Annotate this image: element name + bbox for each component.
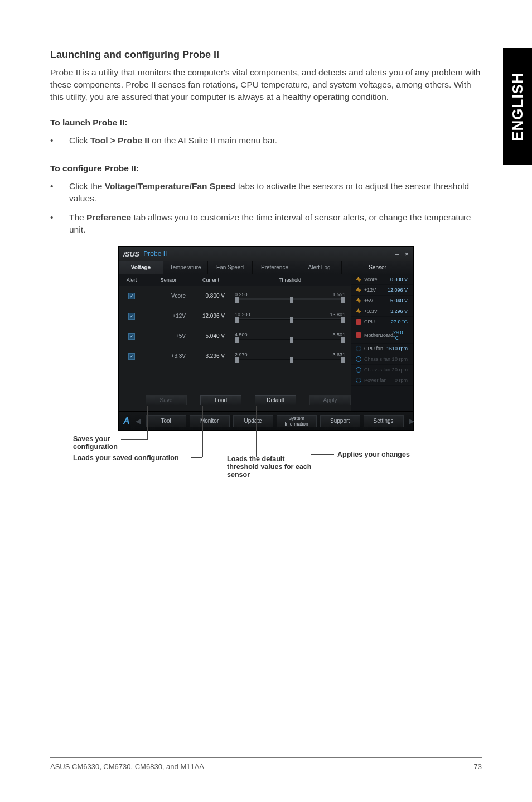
table-row: ✓+5V5.040 V4.5005.501 bbox=[119, 326, 351, 346]
tab-preference[interactable]: Preference bbox=[253, 261, 297, 274]
slider-handle-low[interactable] bbox=[235, 337, 239, 343]
callout-line bbox=[191, 457, 202, 458]
menu-support[interactable]: Support bbox=[320, 415, 360, 427]
page-content: Launching and configuring Probe II Probe… bbox=[0, 0, 532, 526]
fan-icon bbox=[356, 346, 361, 351]
callout-default: Loads the default threshold values for e… bbox=[227, 455, 316, 479]
volt-icon bbox=[356, 298, 361, 303]
tab-temperature[interactable]: Temperature bbox=[163, 261, 208, 274]
to-launch-heading: To launch Probe II: bbox=[50, 118, 482, 128]
summary-value: 0 rpm bbox=[395, 356, 408, 362]
nav-left-icon[interactable]: ◀ bbox=[133, 417, 143, 425]
footer-page-number: 73 bbox=[474, 762, 482, 771]
sensor-summary-panel: Vcore0.800 V+12V12.096 V+5V5.040 V+3.3V3… bbox=[351, 274, 413, 411]
table-row: ✓+12V12.096 V10.20013.801 bbox=[119, 306, 351, 326]
slider-handle-high[interactable] bbox=[341, 357, 345, 363]
summary-row: CPU fan1610 rpm bbox=[351, 344, 413, 354]
sensor-current: 3.296 V bbox=[192, 353, 229, 359]
load-button[interactable]: Load bbox=[200, 395, 241, 405]
slider-handle-low[interactable] bbox=[235, 297, 239, 303]
summary-value: 0.800 V bbox=[390, 277, 408, 282]
summary-value: 12.096 V bbox=[388, 287, 408, 293]
sensor-table: Alert Sensor Current Threshold ✓Vcore0.8… bbox=[119, 274, 351, 411]
sensor-name: Vcore bbox=[144, 293, 192, 299]
slider-handle-mid[interactable] bbox=[290, 317, 293, 323]
window-titlebar: /SUS Probe II – × bbox=[119, 247, 413, 261]
tab-alert-log[interactable]: Alert Log bbox=[297, 261, 342, 274]
default-button[interactable]: Default bbox=[255, 395, 296, 405]
menu-tool[interactable]: Tool bbox=[146, 415, 186, 427]
menu-monitor[interactable]: Monitor bbox=[190, 415, 230, 427]
table-row: ✓+3.3V3.296 V2.9703.631 bbox=[119, 346, 351, 366]
callout-line bbox=[147, 406, 148, 439]
fan-icon bbox=[356, 367, 361, 373]
summary-name: +12V bbox=[364, 287, 376, 293]
close-button[interactable]: × bbox=[404, 250, 409, 258]
summary-value: 0 rpm bbox=[395, 367, 408, 373]
probe-window-container: /SUS Probe II – × Voltage Temperature Fa… bbox=[118, 246, 414, 431]
bullet-body: Click Tool > Probe II on the AI Suite II… bbox=[69, 134, 482, 147]
intro-paragraph: Probe II is a utility that monitors the … bbox=[50, 66, 482, 103]
threshold-slider[interactable] bbox=[235, 339, 345, 340]
summary-row: Power fan0 rpm bbox=[351, 375, 413, 386]
text: Click the bbox=[69, 181, 105, 191]
alert-checkbox[interactable]: ✓ bbox=[128, 353, 135, 360]
slider-handle-high[interactable] bbox=[341, 337, 345, 343]
main-menu-bar: A ◀ Tool Monitor Update System Informati… bbox=[119, 411, 413, 430]
page-footer: ASUS CM6330, CM6730, CM6830, and M11AA 7… bbox=[50, 757, 482, 771]
slider-handle-low[interactable] bbox=[235, 357, 239, 363]
save-button[interactable]: Save bbox=[146, 395, 187, 405]
menu-update[interactable]: Update bbox=[233, 415, 273, 427]
menu-settings[interactable]: Settings bbox=[364, 415, 404, 427]
threshold-slider[interactable] bbox=[235, 359, 345, 360]
sensor-name: +5V bbox=[144, 333, 192, 339]
slider-handle-high[interactable] bbox=[341, 297, 345, 303]
threshold-cell: 2.9703.631 bbox=[229, 352, 351, 360]
summary-value: 27.0 °C bbox=[391, 319, 408, 325]
col-current: Current bbox=[192, 274, 229, 286]
apply-button[interactable]: Apply bbox=[309, 395, 351, 405]
tab-fan-speed[interactable]: Fan Speed bbox=[208, 261, 253, 274]
text-bold: Voltage/Temperature/Fan Speed bbox=[105, 181, 236, 191]
bullet-body: Click the Voltage/Temperature/Fan Speed … bbox=[69, 180, 482, 205]
summary-value: 29.0 °C bbox=[393, 330, 408, 341]
summary-value: 1610 rpm bbox=[386, 346, 408, 351]
nav-right-icon[interactable]: ▶ bbox=[407, 417, 417, 425]
summary-name: +3.3V bbox=[364, 308, 378, 314]
alert-cell: ✓ bbox=[119, 293, 144, 299]
slider-handle-mid[interactable] bbox=[290, 357, 293, 363]
callout-line bbox=[311, 406, 311, 454]
summary-row: Chassis fan 20 rpm bbox=[351, 365, 413, 375]
text: on the AI Suite II main menu bar. bbox=[149, 136, 277, 145]
summary-name: MotherBoard bbox=[364, 332, 393, 338]
threshold-cell: 4.5005.501 bbox=[229, 332, 351, 340]
slider-handle-mid[interactable] bbox=[290, 337, 293, 343]
minimize-button[interactable]: – bbox=[395, 250, 399, 258]
summary-name: CPU fan bbox=[364, 346, 383, 351]
bullet-launch: • Click Tool > Probe II on the AI Suite … bbox=[50, 134, 482, 147]
callout-line bbox=[256, 406, 257, 457]
alert-checkbox[interactable]: ✓ bbox=[128, 313, 135, 320]
alert-cell: ✓ bbox=[119, 313, 144, 320]
threshold-slider[interactable] bbox=[235, 298, 345, 300]
alert-cell: ✓ bbox=[119, 353, 144, 360]
action-buttons: Save Load Default Apply bbox=[119, 389, 351, 411]
bullet-marker: • bbox=[50, 180, 69, 205]
sensor-panel-header: Sensor bbox=[342, 261, 413, 274]
temp-icon bbox=[356, 332, 361, 338]
text: The bbox=[69, 212, 86, 222]
slider-handle-mid[interactable] bbox=[290, 297, 293, 303]
alert-cell: ✓ bbox=[119, 333, 144, 340]
ai-suite-logo-icon: A bbox=[123, 416, 130, 427]
alert-checkbox[interactable]: ✓ bbox=[128, 293, 135, 299]
threshold-slider[interactable] bbox=[235, 318, 345, 320]
threshold-cell: 10.20013.801 bbox=[229, 312, 351, 320]
alert-checkbox[interactable]: ✓ bbox=[128, 333, 135, 340]
slider-handle-high[interactable] bbox=[341, 317, 345, 323]
temp-icon bbox=[356, 319, 361, 325]
summary-name: Chassis fan 1 bbox=[364, 356, 395, 362]
tab-voltage[interactable]: Voltage bbox=[119, 261, 163, 274]
probe-window: /SUS Probe II – × Voltage Temperature Fa… bbox=[118, 246, 414, 431]
slider-handle-low[interactable] bbox=[235, 317, 239, 323]
volt-icon bbox=[356, 287, 361, 293]
